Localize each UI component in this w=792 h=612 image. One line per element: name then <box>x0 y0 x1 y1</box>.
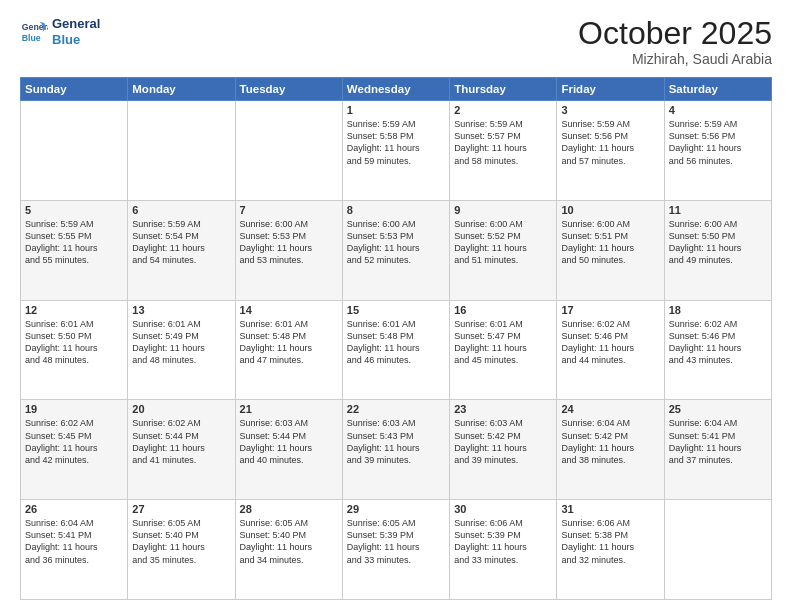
day-number: 9 <box>454 204 552 216</box>
cell-info: Sunrise: 6:00 AM Sunset: 5:53 PM Dayligh… <box>240 218 338 267</box>
day-number: 8 <box>347 204 445 216</box>
calendar-cell: 23Sunrise: 6:03 AM Sunset: 5:42 PM Dayli… <box>450 400 557 500</box>
cell-info: Sunrise: 6:04 AM Sunset: 5:41 PM Dayligh… <box>25 517 123 566</box>
calendar-cell: 6Sunrise: 5:59 AM Sunset: 5:54 PM Daylig… <box>128 200 235 300</box>
day-number: 3 <box>561 104 659 116</box>
day-number: 19 <box>25 403 123 415</box>
day-number: 14 <box>240 304 338 316</box>
calendar-cell: 28Sunrise: 6:05 AM Sunset: 5:40 PM Dayli… <box>235 500 342 600</box>
weekday-header-monday: Monday <box>128 78 235 101</box>
day-number: 1 <box>347 104 445 116</box>
calendar-cell: 19Sunrise: 6:02 AM Sunset: 5:45 PM Dayli… <box>21 400 128 500</box>
cell-info: Sunrise: 6:05 AM Sunset: 5:40 PM Dayligh… <box>132 517 230 566</box>
week-row-3: 12Sunrise: 6:01 AM Sunset: 5:50 PM Dayli… <box>21 300 772 400</box>
cell-info: Sunrise: 6:01 AM Sunset: 5:50 PM Dayligh… <box>25 318 123 367</box>
weekday-header-wednesday: Wednesday <box>342 78 449 101</box>
day-number: 27 <box>132 503 230 515</box>
calendar-cell: 9Sunrise: 6:00 AM Sunset: 5:52 PM Daylig… <box>450 200 557 300</box>
calendar-cell: 16Sunrise: 6:01 AM Sunset: 5:47 PM Dayli… <box>450 300 557 400</box>
header: General Blue General Blue October 2025 M… <box>20 16 772 67</box>
day-number: 10 <box>561 204 659 216</box>
calendar-cell: 10Sunrise: 6:00 AM Sunset: 5:51 PM Dayli… <box>557 200 664 300</box>
weekday-header-friday: Friday <box>557 78 664 101</box>
logo-subtext: Blue <box>52 32 100 48</box>
cell-info: Sunrise: 5:59 AM Sunset: 5:55 PM Dayligh… <box>25 218 123 267</box>
cell-info: Sunrise: 6:00 AM Sunset: 5:50 PM Dayligh… <box>669 218 767 267</box>
calendar-cell: 21Sunrise: 6:03 AM Sunset: 5:44 PM Dayli… <box>235 400 342 500</box>
calendar-cell: 27Sunrise: 6:05 AM Sunset: 5:40 PM Dayli… <box>128 500 235 600</box>
week-row-4: 19Sunrise: 6:02 AM Sunset: 5:45 PM Dayli… <box>21 400 772 500</box>
calendar-cell: 4Sunrise: 5:59 AM Sunset: 5:56 PM Daylig… <box>664 101 771 201</box>
calendar-cell: 5Sunrise: 5:59 AM Sunset: 5:55 PM Daylig… <box>21 200 128 300</box>
cell-info: Sunrise: 6:06 AM Sunset: 5:39 PM Dayligh… <box>454 517 552 566</box>
day-number: 15 <box>347 304 445 316</box>
calendar-cell: 30Sunrise: 6:06 AM Sunset: 5:39 PM Dayli… <box>450 500 557 600</box>
day-number: 12 <box>25 304 123 316</box>
day-number: 16 <box>454 304 552 316</box>
cell-info: Sunrise: 6:01 AM Sunset: 5:47 PM Dayligh… <box>454 318 552 367</box>
day-number: 20 <box>132 403 230 415</box>
weekday-header-sunday: Sunday <box>21 78 128 101</box>
cell-info: Sunrise: 6:00 AM Sunset: 5:52 PM Dayligh… <box>454 218 552 267</box>
cell-info: Sunrise: 6:05 AM Sunset: 5:39 PM Dayligh… <box>347 517 445 566</box>
calendar-cell: 24Sunrise: 6:04 AM Sunset: 5:42 PM Dayli… <box>557 400 664 500</box>
weekday-header-thursday: Thursday <box>450 78 557 101</box>
logo-icon: General Blue <box>20 18 48 46</box>
calendar-cell <box>128 101 235 201</box>
day-number: 5 <box>25 204 123 216</box>
week-row-5: 26Sunrise: 6:04 AM Sunset: 5:41 PM Dayli… <box>21 500 772 600</box>
day-number: 26 <box>25 503 123 515</box>
day-number: 22 <box>347 403 445 415</box>
cell-info: Sunrise: 6:00 AM Sunset: 5:51 PM Dayligh… <box>561 218 659 267</box>
cell-info: Sunrise: 6:01 AM Sunset: 5:48 PM Dayligh… <box>347 318 445 367</box>
calendar-cell: 17Sunrise: 6:02 AM Sunset: 5:46 PM Dayli… <box>557 300 664 400</box>
calendar-cell <box>664 500 771 600</box>
cell-info: Sunrise: 6:00 AM Sunset: 5:53 PM Dayligh… <box>347 218 445 267</box>
cell-info: Sunrise: 5:59 AM Sunset: 5:56 PM Dayligh… <box>669 118 767 167</box>
cell-info: Sunrise: 6:06 AM Sunset: 5:38 PM Dayligh… <box>561 517 659 566</box>
cell-info: Sunrise: 6:01 AM Sunset: 5:49 PM Dayligh… <box>132 318 230 367</box>
day-number: 6 <box>132 204 230 216</box>
title-block: October 2025 Mizhirah, Saudi Arabia <box>578 16 772 67</box>
day-number: 23 <box>454 403 552 415</box>
cell-info: Sunrise: 6:03 AM Sunset: 5:43 PM Dayligh… <box>347 417 445 466</box>
calendar-cell: 20Sunrise: 6:02 AM Sunset: 5:44 PM Dayli… <box>128 400 235 500</box>
calendar-cell: 29Sunrise: 6:05 AM Sunset: 5:39 PM Dayli… <box>342 500 449 600</box>
calendar-cell: 13Sunrise: 6:01 AM Sunset: 5:49 PM Dayli… <box>128 300 235 400</box>
day-number: 31 <box>561 503 659 515</box>
calendar-cell <box>21 101 128 201</box>
cell-info: Sunrise: 5:59 AM Sunset: 5:54 PM Dayligh… <box>132 218 230 267</box>
location-subtitle: Mizhirah, Saudi Arabia <box>578 51 772 67</box>
calendar-cell: 12Sunrise: 6:01 AM Sunset: 5:50 PM Dayli… <box>21 300 128 400</box>
logo: General Blue General Blue <box>20 16 100 47</box>
calendar-table: SundayMondayTuesdayWednesdayThursdayFrid… <box>20 77 772 600</box>
cell-info: Sunrise: 6:04 AM Sunset: 5:42 PM Dayligh… <box>561 417 659 466</box>
cell-info: Sunrise: 6:01 AM Sunset: 5:48 PM Dayligh… <box>240 318 338 367</box>
weekday-header-row: SundayMondayTuesdayWednesdayThursdayFrid… <box>21 78 772 101</box>
day-number: 11 <box>669 204 767 216</box>
calendar-cell: 15Sunrise: 6:01 AM Sunset: 5:48 PM Dayli… <box>342 300 449 400</box>
cell-info: Sunrise: 6:02 AM Sunset: 5:46 PM Dayligh… <box>669 318 767 367</box>
calendar-cell: 1Sunrise: 5:59 AM Sunset: 5:58 PM Daylig… <box>342 101 449 201</box>
day-number: 4 <box>669 104 767 116</box>
month-title: October 2025 <box>578 16 772 51</box>
week-row-1: 1Sunrise: 5:59 AM Sunset: 5:58 PM Daylig… <box>21 101 772 201</box>
day-number: 2 <box>454 104 552 116</box>
day-number: 13 <box>132 304 230 316</box>
cell-info: Sunrise: 6:05 AM Sunset: 5:40 PM Dayligh… <box>240 517 338 566</box>
cell-info: Sunrise: 5:59 AM Sunset: 5:58 PM Dayligh… <box>347 118 445 167</box>
day-number: 29 <box>347 503 445 515</box>
calendar-cell: 3Sunrise: 5:59 AM Sunset: 5:56 PM Daylig… <box>557 101 664 201</box>
weekday-header-tuesday: Tuesday <box>235 78 342 101</box>
calendar-cell: 25Sunrise: 6:04 AM Sunset: 5:41 PM Dayli… <box>664 400 771 500</box>
cell-info: Sunrise: 6:03 AM Sunset: 5:42 PM Dayligh… <box>454 417 552 466</box>
day-number: 25 <box>669 403 767 415</box>
logo-text: General <box>52 16 100 32</box>
day-number: 24 <box>561 403 659 415</box>
day-number: 21 <box>240 403 338 415</box>
calendar-cell <box>235 101 342 201</box>
day-number: 7 <box>240 204 338 216</box>
calendar-cell: 26Sunrise: 6:04 AM Sunset: 5:41 PM Dayli… <box>21 500 128 600</box>
day-number: 30 <box>454 503 552 515</box>
cell-info: Sunrise: 5:59 AM Sunset: 5:56 PM Dayligh… <box>561 118 659 167</box>
